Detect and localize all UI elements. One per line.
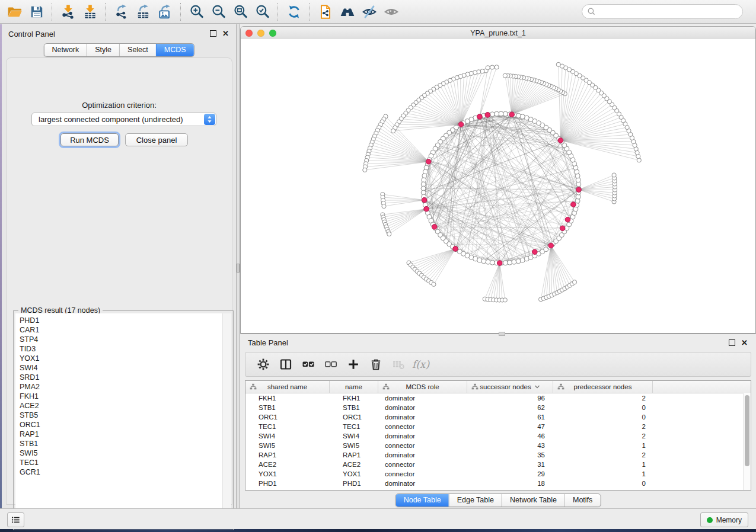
tab-motifs[interactable]: Motifs bbox=[564, 494, 600, 507]
mcds-result-item[interactable]: YOX1 bbox=[20, 354, 222, 363]
graph-node[interactable] bbox=[503, 261, 508, 265]
split-panel-button[interactable] bbox=[276, 355, 295, 374]
graph-node-selected[interactable] bbox=[509, 112, 515, 117]
share-network-button[interactable] bbox=[314, 2, 336, 22]
graph-node[interactable] bbox=[499, 111, 503, 116]
mcds-result-item[interactable]: SWI4 bbox=[20, 363, 222, 373]
zoom-in-button[interactable] bbox=[186, 2, 208, 22]
mcds-result-item[interactable]: STB5 bbox=[20, 411, 222, 420]
float-table-panel-icon[interactable] bbox=[729, 339, 735, 346]
graph-node-satellite[interactable] bbox=[495, 65, 499, 69]
graph-node[interactable] bbox=[495, 111, 499, 116]
import-table-button[interactable] bbox=[79, 2, 101, 22]
zoom-out-button[interactable] bbox=[208, 2, 229, 22]
graph-node-satellite[interactable] bbox=[432, 282, 436, 286]
table-row[interactable]: FKH1FKH1dominator962 bbox=[245, 393, 751, 403]
import-network-button[interactable] bbox=[57, 2, 79, 22]
float-window-icon[interactable] bbox=[210, 30, 216, 37]
table-row[interactable]: ACE2ACE2connector311 bbox=[245, 460, 751, 469]
search-neighbors-button[interactable] bbox=[336, 2, 358, 22]
close-panel-button[interactable]: Close panel bbox=[125, 133, 188, 146]
graph-node-selected[interactable] bbox=[424, 206, 429, 211]
graph-node[interactable] bbox=[503, 111, 508, 116]
show-all-button[interactable] bbox=[380, 2, 402, 22]
zoom-selected-button[interactable] bbox=[251, 2, 273, 22]
graph-node-selected[interactable] bbox=[532, 249, 538, 255]
table-row[interactable]: SWI4SWI4dominator462 bbox=[245, 431, 751, 441]
table-scrollbar-thumb[interactable] bbox=[745, 395, 749, 466]
tab-style[interactable]: Style bbox=[87, 44, 119, 56]
save-session-button[interactable] bbox=[25, 2, 47, 22]
table-row[interactable]: STB1STB1dominator620 bbox=[245, 403, 751, 412]
graph-node[interactable] bbox=[516, 113, 521, 118]
mcds-result-list[interactable]: PHD1CAR1STP4TID3YOX1SWI4SRD1PMA2FKH1ACE2… bbox=[15, 313, 223, 528]
mcds-result-item[interactable]: GCR1 bbox=[20, 467, 222, 477]
graph-node-selected[interactable] bbox=[432, 225, 437, 230]
graph-node[interactable] bbox=[512, 259, 516, 264]
graph-node-satellite[interactable] bbox=[556, 62, 560, 66]
graph-node-satellite[interactable] bbox=[503, 73, 507, 78]
mcds-result-item[interactable]: TEC1 bbox=[20, 458, 222, 467]
mcds-result-item[interactable]: STP4 bbox=[20, 335, 222, 344]
column-header-mcds-role[interactable]: MCDS role bbox=[378, 381, 467, 393]
run-mcds-button[interactable]: Run MCDS bbox=[60, 133, 119, 146]
optimization-select[interactable]: largest connected component (undirected) bbox=[31, 113, 216, 126]
add-entry-button[interactable] bbox=[343, 355, 363, 374]
export-table-button[interactable] bbox=[132, 2, 154, 22]
graph-node-satellite[interactable] bbox=[503, 298, 507, 302]
graph-node[interactable] bbox=[508, 260, 512, 265]
mcds-result-item[interactable]: STB1 bbox=[20, 439, 222, 448]
graph-node[interactable] bbox=[490, 260, 495, 265]
mcds-result-scrollbar[interactable] bbox=[223, 313, 231, 528]
mcds-result-item[interactable]: CAR1 bbox=[20, 325, 222, 335]
tab-network-table[interactable]: Network Table bbox=[502, 494, 564, 507]
export-image-button[interactable] bbox=[154, 2, 176, 22]
close-panel-icon[interactable]: ✕ bbox=[222, 31, 229, 37]
mcds-result-item[interactable]: PHD1 bbox=[20, 316, 222, 325]
graph-node-satellite[interactable] bbox=[391, 129, 395, 133]
column-header-shared-name[interactable]: shared name bbox=[245, 381, 330, 393]
graph-node-selected[interactable] bbox=[571, 202, 576, 207]
mcds-result-item[interactable]: ACE2 bbox=[20, 401, 222, 411]
graph-node-satellite[interactable] bbox=[363, 168, 367, 172]
graph-node-selected[interactable] bbox=[477, 114, 483, 120]
column-header-successor-nodes[interactable]: successor nodes bbox=[467, 381, 553, 393]
zoom-fit-button[interactable] bbox=[229, 2, 251, 22]
graph-node-selected[interactable] bbox=[576, 187, 582, 193]
tab-mcds[interactable]: MCDS bbox=[156, 44, 194, 56]
graph-node-selected[interactable] bbox=[422, 197, 427, 203]
mcds-result-item[interactable]: ORC1 bbox=[20, 420, 222, 430]
deselect-all-button[interactable] bbox=[321, 355, 340, 374]
hide-selected-button[interactable] bbox=[358, 2, 380, 22]
memory-button[interactable]: Memory bbox=[700, 512, 748, 527]
graph-node-selected[interactable] bbox=[497, 261, 502, 266]
graph-node-selected[interactable] bbox=[558, 138, 563, 143]
delete-entry-button[interactable] bbox=[366, 355, 385, 374]
mcds-result-item[interactable]: SRD1 bbox=[20, 373, 222, 382]
table-row[interactable]: ORC1ORC1dominator610 bbox=[245, 412, 751, 422]
tab-node-table[interactable]: Node Table bbox=[396, 494, 449, 507]
tab-select[interactable]: Select bbox=[119, 44, 156, 56]
graph-node-selected[interactable] bbox=[560, 226, 565, 231]
graph-node-selected[interactable] bbox=[548, 243, 554, 248]
table-panel-drag-handle[interactable] bbox=[499, 332, 505, 336]
graph-node-satellite[interactable] bbox=[572, 280, 576, 284]
graph-node-selected[interactable] bbox=[485, 113, 490, 118]
column-header-name[interactable]: name bbox=[330, 381, 378, 393]
graph-node-satellite[interactable] bbox=[382, 204, 386, 209]
mcds-result-item[interactable]: TID3 bbox=[20, 344, 222, 354]
select-all-button[interactable] bbox=[298, 355, 318, 374]
graph-node-selected[interactable] bbox=[458, 122, 464, 127]
table-row[interactable]: TEC1TEC1connector472 bbox=[245, 422, 751, 431]
table-row[interactable]: RAP1RAP1dominator352 bbox=[245, 450, 751, 460]
graph-node-selected[interactable] bbox=[453, 246, 458, 252]
network-canvas[interactable] bbox=[241, 39, 755, 333]
graph-node[interactable] bbox=[490, 112, 495, 117]
table-row[interactable]: PHD1PHD1dominator180 bbox=[245, 479, 751, 488]
search-input[interactable] bbox=[599, 4, 738, 19]
column-header-predecessor-nodes[interactable]: predecessor nodes bbox=[553, 381, 653, 393]
graph-node-satellite[interactable] bbox=[387, 232, 391, 236]
table-settings-button[interactable] bbox=[253, 355, 273, 374]
task-history-button[interactable] bbox=[7, 512, 24, 527]
tab-edge-table[interactable]: Edge Table bbox=[449, 494, 502, 507]
